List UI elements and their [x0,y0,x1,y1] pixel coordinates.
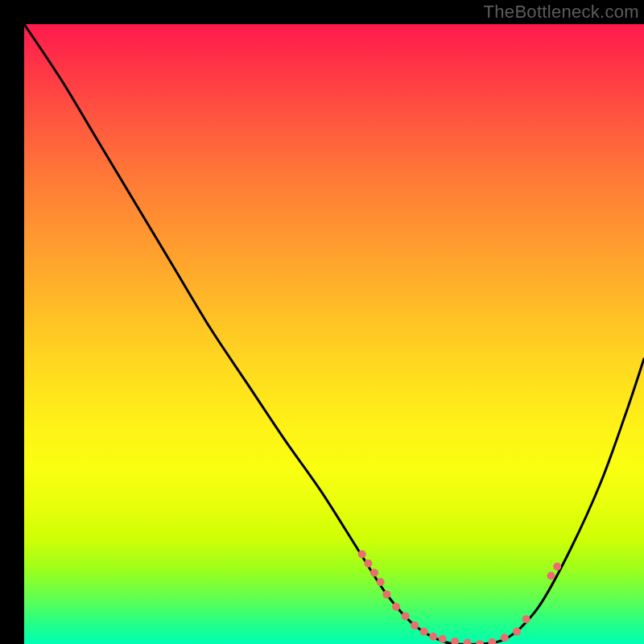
data-marker [553,563,561,571]
plot-area [24,24,644,644]
data-marker [377,578,385,586]
chart-frame [12,12,632,632]
chart-svg [24,24,644,644]
data-marker [522,615,530,623]
data-marker [464,639,472,645]
data-marker [411,621,419,630]
data-marker [513,628,521,636]
data-marker [439,635,447,643]
data-marker [358,550,366,558]
data-marker [547,572,555,580]
bottleneck-curve [24,24,644,644]
markers-group [358,550,562,644]
data-marker [370,569,378,577]
data-marker [382,590,390,598]
data-marker [488,638,496,644]
data-marker [501,634,509,642]
data-marker [429,633,437,641]
data-marker [476,640,484,644]
data-marker [451,638,459,644]
data-marker [392,603,400,611]
data-marker [420,628,428,636]
data-marker [364,559,372,568]
data-marker [402,612,410,620]
watermark-text: TheBottleneck.com [484,2,639,23]
